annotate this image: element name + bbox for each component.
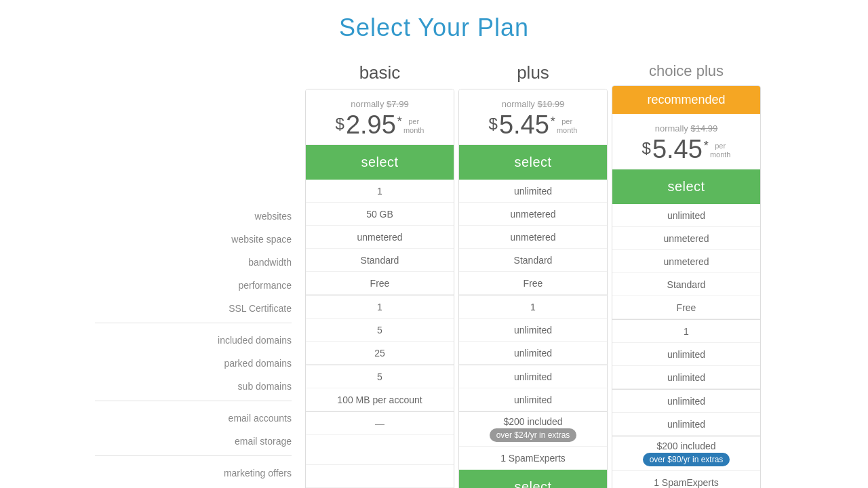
plan-choice-plus: choice plus recommended normally $14.99 … [612, 62, 761, 488]
basic-sub-domains: 25 [306, 342, 454, 365]
plus-performance: Standard [459, 249, 607, 272]
feature-group-2: included domains parked domains sub doma… [95, 329, 292, 398]
basic-parked-domains: 5 [306, 319, 454, 342]
choice-plus-plan-header: normally $14.99 $ 5.45 * permonth [612, 114, 760, 169]
basic-plan-header: normally $7.99 $ 2.95 * permonth [306, 89, 454, 145]
basic-star: * [397, 115, 402, 129]
label-performance: performance [95, 274, 292, 297]
basic-features: 1 50 GB unmetered Standard Free 1 5 25 5… [306, 180, 454, 488]
basic-performance: Standard [306, 249, 454, 272]
feature-labels: websites website space bandwidth perform… [95, 62, 305, 485]
choice-plus-amount: 5.45 [652, 136, 703, 162]
recommended-badge: recommended [612, 86, 760, 114]
plus-select-top[interactable]: select [459, 145, 607, 180]
plus-marketing-text: $200 included [503, 416, 562, 427]
basic-email-storage: 100 MB per account [306, 388, 454, 411]
plus-select-bottom[interactable]: select [459, 470, 607, 488]
choice-plus-marketing: $200 included over $80/yr in extras [612, 436, 760, 471]
plus-per: permonth [557, 117, 578, 135]
plus-websites: unlimited [459, 180, 607, 203]
label-marketing: marketing offers [95, 462, 292, 485]
label-sub-domains: sub domains [95, 375, 292, 398]
basic-plan-card: normally $7.99 $ 2.95 * permonth select … [305, 89, 454, 488]
basic-current-price: $ 2.95 * permonth [313, 112, 447, 138]
label-bandwidth: bandwidth [95, 251, 292, 274]
label-parked-domains: parked domains [95, 352, 292, 375]
plus-features: unlimited unmetered unmetered Standard F… [459, 180, 607, 470]
plus-included-domains: 1 [459, 296, 607, 319]
plus-bandwidth: unmetered [459, 226, 607, 249]
plus-email-accounts: unlimited [459, 365, 607, 388]
plus-plan-card: normally $10.99 $ 5.45 * permonth select… [458, 89, 608, 488]
plus-current-price: $ 5.45 * permonth [466, 112, 600, 138]
choice-plus-extras-badge: over $80/yr in extras [643, 453, 730, 466]
choice-plus-ssl: Free [612, 296, 760, 319]
choice-plus-performance: Standard [612, 273, 760, 296]
plans-wrapper: websites website space bandwidth perform… [95, 62, 773, 488]
plus-amount: 5.45 [499, 112, 549, 138]
plus-sub-domains: unlimited [459, 342, 607, 365]
basic-amount: 2.95 [346, 112, 396, 138]
choice-plus-current-price: $ 5.45 * permonth [619, 136, 753, 162]
plus-normally: normally $10.99 [466, 99, 600, 109]
plans-container: basic normally $7.99 $ 2.95 * permonth s… [305, 62, 761, 488]
basic-marketing: — [306, 412, 454, 435]
plus-ssl: Free [459, 272, 607, 295]
choice-plus-plan-card: recommended normally $14.99 $ 5.45 * per… [612, 85, 761, 488]
basic-plan-name: basic [359, 62, 401, 83]
divider-3 [95, 455, 292, 456]
choice-plus-star: * [704, 139, 709, 153]
choice-plus-websites: unlimited [612, 204, 760, 227]
basic-websites: 1 [306, 180, 454, 203]
plus-website-space: unmetered [459, 203, 607, 226]
basic-select-top[interactable]: select [306, 145, 454, 180]
label-email-accounts: email accounts [95, 407, 292, 430]
plus-star: * [551, 115, 555, 129]
basic-email-accounts: 5 [306, 365, 454, 388]
plus-spam-experts: 1 SpamExperts [459, 447, 607, 470]
label-websites: websites [95, 205, 292, 228]
basic-spam-spacer [306, 465, 454, 488]
choice-plus-spam-experts: 1 SpamExperts [612, 471, 760, 488]
feature-group-1: websites website space bandwidth perform… [95, 205, 292, 320]
basic-website-space: 50 GB [306, 203, 454, 226]
plus-plan-header: normally $10.99 $ 5.45 * permonth [459, 89, 607, 145]
basic-dash: — [375, 418, 384, 429]
choice-plus-sub-domains: unlimited [612, 366, 760, 389]
label-included-domains: included domains [95, 329, 292, 352]
divider-2 [95, 401, 292, 401]
choice-plus-parked-domains: unlimited [612, 343, 760, 366]
plus-plan-name: plus [517, 62, 549, 83]
choice-plus-bandwidth: unmetered [612, 250, 760, 273]
choice-plus-plan-name: choice plus [649, 62, 724, 80]
plan-basic: basic normally $7.99 $ 2.95 * permonth s… [305, 62, 454, 488]
feature-group-4: marketing offers [95, 462, 292, 485]
choice-plus-select-top[interactable]: select [612, 169, 760, 204]
label-ssl: SSL Certificate [95, 297, 292, 320]
label-email-storage: email storage [95, 430, 292, 453]
page-title: Select Your Plan [339, 14, 529, 42]
plus-dollar: $ [489, 115, 498, 134]
plus-marketing: $200 included over $24/yr in extras [459, 412, 607, 447]
basic-extras-spacer [306, 435, 454, 465]
choice-plus-website-space: unmetered [612, 227, 760, 250]
choice-plus-features: unlimited unmetered unmetered Standard F… [612, 204, 760, 488]
plus-extras-badge: over $24/yr in extras [490, 428, 577, 442]
choice-plus-marketing-text: $200 included [656, 441, 715, 451]
basic-dollar: $ [336, 115, 344, 134]
choice-plus-per: permonth [710, 142, 731, 159]
basic-ssl: Free [306, 272, 454, 295]
choice-plus-normally: normally $14.99 [619, 123, 753, 134]
basic-included-domains: 1 [306, 296, 454, 319]
choice-plus-email-storage: unlimited [612, 413, 760, 436]
basic-bandwidth: unmetered [306, 226, 454, 249]
plus-parked-domains: unlimited [459, 319, 607, 342]
choice-plus-dollar: $ [642, 139, 651, 158]
basic-normally: normally $7.99 [313, 99, 447, 109]
choice-plus-included-domains: 1 [612, 320, 760, 343]
divider-1 [95, 323, 292, 323]
basic-per: permonth [403, 117, 425, 135]
plus-email-storage: unlimited [459, 388, 607, 411]
choice-plus-email-accounts: unlimited [612, 390, 760, 413]
plan-plus: plus normally $10.99 $ 5.45 * permonth s… [458, 62, 608, 488]
